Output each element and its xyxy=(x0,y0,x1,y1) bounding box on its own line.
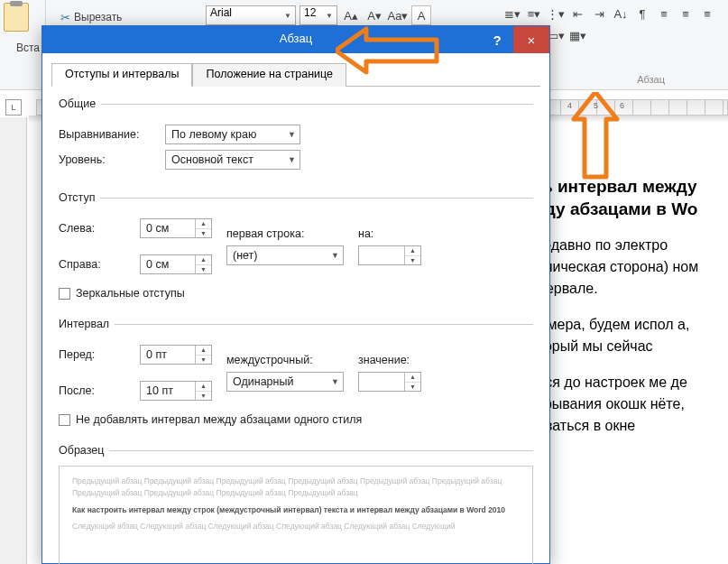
preview-box: Предыдущий абзац Предыдущий абзац Предыд… xyxy=(59,466,533,564)
space-before-label: Перед: xyxy=(59,348,131,361)
show-marks-icon[interactable]: ¶ xyxy=(632,4,652,23)
sort-icon[interactable]: A↓ xyxy=(611,4,631,23)
ruler-corner[interactable]: L xyxy=(5,99,22,116)
tab-page-position[interactable]: Положение на странице xyxy=(192,63,346,87)
change-case-icon[interactable]: Aa▾ xyxy=(388,5,408,25)
numbering-icon[interactable]: ≡▾ xyxy=(524,4,544,23)
indent-right-spin[interactable]: 0 см ▲▼ xyxy=(140,254,212,274)
doc-heading: ить интервал между ежду абзацами в Wo xyxy=(523,176,728,220)
preview-grey-text: Следующий абзац Следующий абзац Следующи… xyxy=(72,521,520,532)
group-general-legend: Общие xyxy=(59,97,101,110)
spin-up-icon: ▲ xyxy=(196,255,211,265)
decrease-indent-icon[interactable]: ⇤ xyxy=(567,4,587,23)
indent-left-label: Слева: xyxy=(59,222,131,235)
tab-indents-spacing[interactable]: Отступы и интервалы xyxy=(51,63,192,87)
outline-level-select[interactable]: Основной текст▼ xyxy=(165,150,300,170)
group-preview: Образец Предыдущий абзац Предыдущий абза… xyxy=(59,444,533,564)
font-name-combo[interactable]: Arial ▼ xyxy=(206,5,296,25)
bullets-icon[interactable]: ≣▾ xyxy=(502,4,522,23)
indent-right-label: Справа: xyxy=(59,258,131,271)
scissors-icon: ✂ xyxy=(60,11,70,24)
no-space-same-style-checkbox[interactable]: Не добавлять интервал между абзацами одн… xyxy=(59,413,533,426)
cut-button[interactable]: ✂ Вырезать xyxy=(55,9,127,26)
paragraph-group-label[interactable]: Абзац xyxy=(637,74,665,85)
spin-up-icon: ▲ xyxy=(196,346,211,356)
spin-down-icon: ▼ xyxy=(196,229,211,238)
grow-font-icon[interactable]: A▴ xyxy=(341,5,361,25)
font-name-value: Arial xyxy=(210,6,232,19)
outline-level-label: Уровень: xyxy=(59,153,156,166)
align-left-icon[interactable]: ≡ xyxy=(654,4,674,23)
preview-grey-text: Предыдущий абзац Предыдущий абзац Предыд… xyxy=(72,476,520,499)
ruler-tick-labels: 3456 xyxy=(541,101,728,110)
group-indent-legend: Отступ xyxy=(59,191,100,204)
spin-down-icon: ▼ xyxy=(196,265,211,274)
first-line-by-spin[interactable]: ▲▼ xyxy=(358,245,421,265)
spin-up-icon: ▲ xyxy=(405,246,420,256)
borders-icon[interactable]: ▦▾ xyxy=(567,25,587,45)
line-spacing-label: междустрочный: xyxy=(226,354,344,366)
chevron-down-icon: ▼ xyxy=(331,251,339,260)
first-line-label: первая строка: xyxy=(226,227,344,240)
dialog-close-button[interactable]: × xyxy=(513,26,549,53)
first-line-select[interactable]: (нет)▼ xyxy=(226,245,344,265)
doc-paragraph: примера, будем испол а, который мы сейча… xyxy=(523,314,728,357)
line-spacing-select[interactable]: Одинарный▼ xyxy=(226,372,344,392)
by-label: на: xyxy=(358,227,421,240)
paragraph-dialog: Абзац ? × Отступы и интервалы Положение … xyxy=(41,25,550,564)
align-right-icon[interactable]: ≡ xyxy=(697,4,717,23)
align-center-icon[interactable]: ≡ xyxy=(676,4,696,23)
group-preview-legend: Образец xyxy=(59,444,109,457)
group-interval-legend: Интервал xyxy=(59,318,115,330)
line-spacing-value-label: значение: xyxy=(358,354,421,366)
dialog-titlebar[interactable]: Абзац ? × xyxy=(42,26,549,53)
doc-paragraph: й недавно по электро техническая сторона… xyxy=(523,235,728,300)
line-spacing-value-spin[interactable]: ▲▼ xyxy=(358,372,421,392)
chevron-down-icon: ▼ xyxy=(288,155,296,164)
clear-formatting-icon[interactable]: A xyxy=(411,5,431,25)
dialog-title-text: Абзац xyxy=(280,32,312,45)
font-size-value: 12 xyxy=(304,6,316,19)
paste-label: Вста xyxy=(16,42,40,54)
indent-left-spin[interactable]: 0 см ▲▼ xyxy=(140,218,212,238)
spin-up-icon: ▲ xyxy=(405,373,420,383)
group-indent: Отступ Слева: 0 см ▲▼ Справа: 0 см xyxy=(59,191,533,305)
chevron-down-icon: ▼ xyxy=(284,12,291,20)
alignment-label: Выравнивание: xyxy=(59,128,156,141)
dialog-help-button[interactable]: ? xyxy=(481,26,513,53)
chevron-down-icon: ▼ xyxy=(331,377,339,386)
space-after-label: После: xyxy=(59,384,131,397)
cut-label: Вырезать xyxy=(74,11,122,23)
space-before-spin[interactable]: 0 пт ▲▼ xyxy=(140,345,212,365)
clipboard-icon xyxy=(4,3,29,32)
mirror-indents-checkbox[interactable]: Зеркальные отступы xyxy=(59,287,533,300)
doc-paragraph: аться до настроек ме де открывания окошк… xyxy=(523,372,728,437)
group-general: Общие Выравнивание: По левому краю▼ Уров… xyxy=(59,97,533,179)
shrink-font-icon[interactable]: A▾ xyxy=(364,5,384,25)
group-interval: Интервал Перед: 0 пт ▲▼ После: 10 пт xyxy=(59,318,533,431)
spin-up-icon: ▲ xyxy=(196,382,211,392)
spin-up-icon: ▲ xyxy=(196,219,211,229)
font-size-combo[interactable]: 12 ▼ xyxy=(299,5,337,25)
spin-down-icon: ▼ xyxy=(405,256,420,265)
spin-down-icon: ▼ xyxy=(196,392,211,401)
spin-down-icon: ▼ xyxy=(405,383,420,392)
preview-sample-text: Как настроить интервал между строк (межд… xyxy=(72,504,520,516)
vertical-ruler[interactable] xyxy=(0,117,27,564)
spin-down-icon: ▼ xyxy=(196,356,211,365)
checkbox-icon xyxy=(59,288,70,300)
chevron-down-icon: ▼ xyxy=(326,12,333,20)
checkbox-icon xyxy=(59,414,70,426)
increase-indent-icon[interactable]: ⇥ xyxy=(589,4,609,23)
chevron-down-icon: ▼ xyxy=(288,130,296,139)
paste-split-button[interactable] xyxy=(4,3,29,32)
multilevel-icon[interactable]: ⋮▾ xyxy=(546,4,566,23)
alignment-select[interactable]: По левому краю▼ xyxy=(165,125,300,144)
space-after-spin[interactable]: 10 пт ▲▼ xyxy=(140,381,212,401)
